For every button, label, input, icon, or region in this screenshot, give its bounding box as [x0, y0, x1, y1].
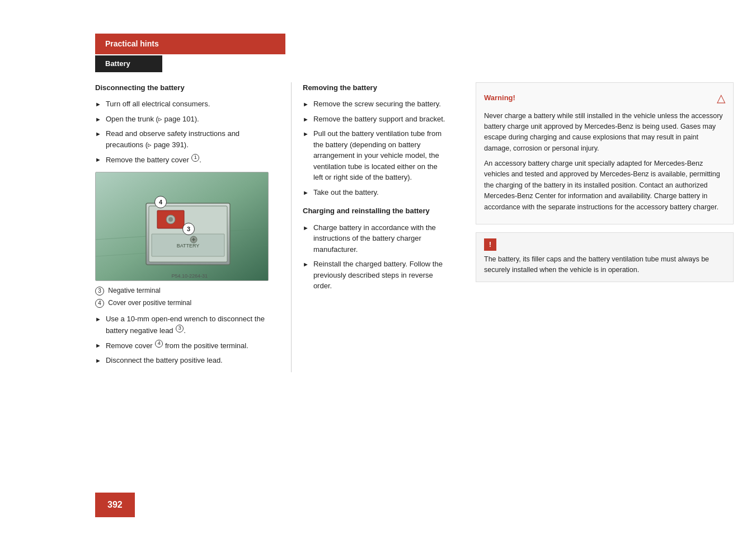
list-item: ► Disconnect the battery positive lead. — [95, 355, 274, 366]
svg-text:BATTERY: BATTERY — [177, 243, 200, 249]
arrow-icon: ► — [95, 129, 101, 139]
bullet-text: Read and observe safety instructions and… — [106, 128, 274, 150]
arrow-icon: ► — [95, 315, 101, 324]
bullet-text: Turn off all electrical consumers. — [106, 99, 210, 110]
notice-text: The battery, its filler caps and the bat… — [484, 254, 725, 276]
charging-bullets: ► Charge battery in accordance with the … — [303, 222, 448, 292]
bullet-text: Remove the battery cover 1. — [106, 154, 201, 165]
bullet-text: Open the trunk (▹ page 101). — [106, 114, 199, 125]
battery-image: BATTERY P54.10-2264-31 4 3 — [95, 172, 269, 281]
removing-heading: Removing the battery — [303, 82, 448, 93]
list-item: ► Turn off all electrical consumers. — [95, 99, 274, 110]
arrow-icon: ► — [303, 115, 309, 124]
bullet-text: Reinstall the charged battery. Follow th… — [313, 259, 448, 292]
bullet-text: Take out the battery. — [313, 187, 379, 198]
circle-3-ref: 3 — [176, 325, 184, 332]
bullet-text: Use a 10-mm open-end wrench to disconnec… — [106, 313, 274, 336]
svg-text:P54.10-2264-31: P54.10-2264-31 — [171, 273, 208, 279]
battery-label: Battery — [105, 59, 130, 68]
warning-text-2: An accessory battery charge unit special… — [484, 158, 725, 213]
warning-triangle-icon: △ — [717, 90, 725, 106]
list-item: ► Remove the battery cover 1. — [95, 154, 274, 165]
page-number: 392 — [107, 500, 123, 509]
disconnecting-bullets: ► Turn off all electrical consumers. ► O… — [95, 99, 274, 165]
warning-title: Warning! — [484, 92, 515, 104]
notice-box: ! The battery, its filler caps and the b… — [476, 232, 734, 282]
caption-4: 4 Cover over positive terminal — [95, 298, 274, 308]
list-item: ► Remove the battery support and bracket… — [303, 114, 448, 125]
svg-point-7 — [168, 217, 173, 222]
label-num-3: 3 — [182, 223, 195, 235]
bullet-text: Charge battery in accordance with the in… — [313, 222, 448, 255]
practical-hints-label: Practical hints — [105, 39, 159, 48]
removing-bullets: ► Remove the screw securing the battery.… — [303, 99, 448, 198]
arrow-icon: ► — [95, 155, 101, 165]
right-column: Warning! △ Never charge a battery while … — [464, 82, 734, 373]
warning-text-1: Never charge a battery while still insta… — [484, 111, 725, 154]
disconnecting-heading: Disconnecting the battery — [95, 82, 274, 93]
caption-3: 3 Negative terminal — [95, 285, 274, 296]
mid-column: Removing the battery ► Remove the screw … — [291, 82, 464, 373]
warning-box: Warning! △ Never charge a battery while … — [476, 82, 734, 224]
circle-num-1: 1 — [191, 154, 199, 162]
notice-icon: ! — [484, 238, 496, 251]
circle-4-ref: 4 — [155, 340, 163, 348]
bullet-text: Remove the battery support and bracket. — [313, 114, 445, 125]
caption-3-text: Negative terminal — [108, 287, 160, 294]
circle-3: 3 — [95, 287, 104, 296]
page-number-box: 392 — [95, 493, 135, 517]
arrow-icon: ► — [95, 356, 101, 366]
list-item: ► Read and observe safety instructions a… — [95, 128, 274, 150]
page: Practical hints Battery Disconnecting th… — [0, 0, 756, 534]
list-item: ► Remove cover 4 from the positive termi… — [95, 340, 274, 351]
list-item: ► Pull out the battery ventilation tube … — [303, 128, 448, 183]
more-disconnecting-bullets: ► Use a 10-mm open-end wrench to disconn… — [95, 313, 274, 366]
list-item: ► Charge battery in accordance with the … — [303, 222, 448, 255]
list-item: ► Remove the screw securing the battery. — [303, 99, 448, 110]
arrow-icon: ► — [95, 115, 101, 124]
list-item: ► Take out the battery. — [303, 187, 448, 198]
left-column: Disconnecting the battery ► Turn off all… — [95, 82, 291, 373]
label-num-4: 4 — [154, 196, 167, 208]
caption-4-text: Cover over positive terminal — [108, 299, 191, 307]
arrow-icon: ► — [303, 100, 309, 109]
bullet-text: Pull out the battery ventilation tube fr… — [313, 128, 448, 183]
arrow-icon: ► — [303, 188, 309, 198]
circle-4: 4 — [95, 299, 104, 308]
arrow-icon: ► — [303, 223, 309, 233]
charging-heading: Charging and reinstalling the battery — [303, 205, 448, 217]
arrow-icon: ► — [303, 260, 309, 269]
battery-image-inner: BATTERY P54.10-2264-31 4 3 — [96, 172, 268, 280]
arrow-icon: ► — [95, 341, 101, 350]
arrow-icon: ► — [303, 129, 309, 139]
arrow-icon: ► — [95, 100, 101, 109]
battery-bar: Battery — [95, 55, 162, 72]
practical-hints-bar: Practical hints — [95, 34, 285, 54]
list-item: ► Reinstall the charged battery. Follow … — [303, 259, 448, 292]
bullet-text: Disconnect the battery positive lead. — [106, 355, 223, 366]
header-section: Practical hints Battery — [95, 34, 756, 72]
content-area: Disconnecting the battery ► Turn off all… — [95, 82, 734, 373]
bullet-text: Remove the screw securing the battery. — [313, 99, 441, 110]
list-item: ► Open the trunk (▹ page 101). — [95, 114, 274, 125]
list-item: ► Use a 10-mm open-end wrench to disconn… — [95, 313, 274, 336]
warning-header: Warning! △ — [484, 90, 725, 106]
bullet-text: Remove cover 4 from the positive termina… — [106, 340, 248, 351]
